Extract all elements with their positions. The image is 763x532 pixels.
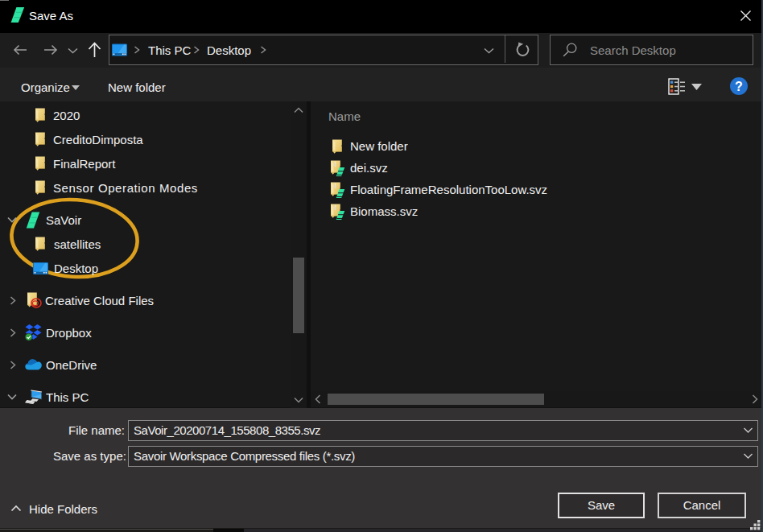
svg-text:?: ?	[735, 80, 743, 93]
